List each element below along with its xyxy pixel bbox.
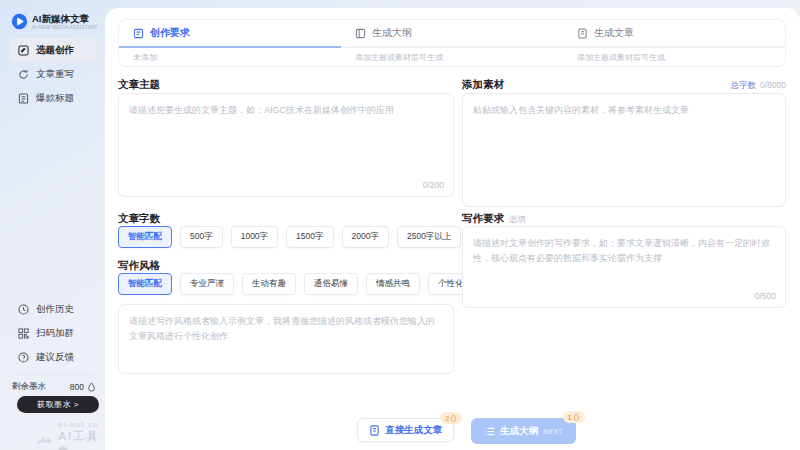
material-total-label: 总字数 <box>731 80 757 92</box>
style-chips: 智能匹配 专业严谨 生动有趣 通俗易懂 情感共鸣 个性化风格 <box>118 273 491 295</box>
sidebar-item-qr-group[interactable]: 扫码加群 <box>9 321 97 345</box>
ink-balance-label: 剩余墨水 <box>12 381 46 393</box>
style-textarea-box <box>118 304 454 374</box>
requirement-optional-note: 选填 <box>509 214 526 224</box>
cost-value: 2 <box>445 414 449 423</box>
app-tagline: AI NEW MEDIA ASSISTANT <box>32 25 98 30</box>
qr-code-icon <box>18 328 29 339</box>
style-textarea[interactable] <box>119 305 453 373</box>
material-label-row: 添加素材 总字数 0/8000 <box>462 78 786 92</box>
style-option-auto[interactable]: 智能匹配 <box>118 273 172 295</box>
ink-drop-icon <box>87 382 96 392</box>
list-icon <box>484 426 495 437</box>
material-label: 添加素材 <box>462 78 504 92</box>
sidebar-item-label: 建议反馈 <box>36 351 74 364</box>
steps-row: 创作要求 生成大纲 生成文章 <box>119 20 785 46</box>
style-option-plain[interactable]: 通俗易懂 <box>304 273 358 295</box>
word-count-option-500[interactable]: 500字 <box>180 226 223 248</box>
sidebar-item-label: 选题创作 <box>36 44 74 57</box>
document-icon <box>369 425 380 436</box>
ink-balance-value: 800 <box>70 382 84 392</box>
step-status: 未添加 <box>119 48 341 67</box>
cost-value: 1 <box>568 413 572 422</box>
step-status: 添加主题或素材后可生成 <box>341 48 563 67</box>
watermark-name: AI工具集 <box>58 429 105 450</box>
topic-textarea-box: 0/200 <box>118 93 454 197</box>
ink-drop-icon <box>450 414 457 422</box>
word-count-option-1000[interactable]: 1000字 <box>231 226 278 248</box>
generate-article-label: 直接生成文章 <box>385 424 442 437</box>
rewrite-icon <box>18 69 29 80</box>
app-title: AI新媒体文章 <box>32 13 98 24</box>
sidebar-menu: 选题创作 文章重写 爆款标题 <box>9 38 97 110</box>
app-window: AI新媒体文章 AI NEW MEDIA ASSISTANT 选题创作 文章重写… <box>0 0 800 450</box>
sidebar-item-label: 扫码加群 <box>36 327 74 340</box>
requirements-icon <box>133 28 144 39</box>
requirement-label: 写作要求 <box>462 212 504 224</box>
style-option-emotional[interactable]: 情感共鸣 <box>366 273 420 295</box>
generate-outline-label: 生成大纲 <box>500 425 538 438</box>
style-option-vivid[interactable]: 生动有趣 <box>242 273 296 295</box>
topic-counter: 0/200 <box>423 180 444 190</box>
material-textarea[interactable] <box>463 94 785 206</box>
requirement-counter: 0/500 <box>755 291 776 301</box>
sidebar-item-article-rewrite[interactable]: 文章重写 <box>9 62 97 86</box>
material-total-counter: 0/8000 <box>760 80 786 90</box>
play-logo-icon <box>11 13 28 30</box>
article-icon <box>577 28 588 39</box>
question-circle-icon <box>18 352 29 363</box>
document-icon <box>18 93 29 104</box>
steps-status-row: 未添加 添加主题或素材后可生成 添加主题或素材后可生成 <box>119 48 785 67</box>
sidebar-item-label: 爆款标题 <box>36 92 74 105</box>
sidebar-secondary-menu: 创作历史 扫码加群 建议反馈 <box>9 297 97 369</box>
generate-outline-button[interactable]: 生成大纲 NEXT 1 <box>471 418 575 444</box>
watermark: ai-bot.cn AI工具集 <box>36 420 105 450</box>
style-option-professional[interactable]: 专业严谨 <box>180 273 234 295</box>
step-label: 生成大纲 <box>372 26 412 40</box>
steps-card: 创作要求 生成大纲 生成文章 未添加 添加主题或素材后可生成 添加主题或素材后可… <box>118 19 786 67</box>
step-label: 创作要求 <box>150 26 190 40</box>
step-status: 添加主题或素材后可生成 <box>563 48 785 67</box>
sidebar-item-feedback[interactable]: 建议反馈 <box>9 345 97 369</box>
topic-label: 文章主题 <box>118 78 160 92</box>
step-generate-outline[interactable]: 生成大纲 <box>341 20 563 46</box>
step-label: 生成文章 <box>594 26 634 40</box>
watermark-logo-icon <box>36 432 53 448</box>
sidebar-item-label: 文章重写 <box>36 68 74 81</box>
sidebar-divider <box>12 374 94 375</box>
requirement-label-row: 写作要求选填 <box>462 212 526 226</box>
ink-drop-icon <box>573 413 580 421</box>
word-count-option-2500plus[interactable]: 2500字以上 <box>397 226 461 248</box>
requirement-textarea-box: 0/500 <box>462 226 786 308</box>
ink-balance: 剩余墨水 800 <box>12 381 96 393</box>
step-creation-requirements[interactable]: 创作要求 <box>119 20 341 46</box>
requirement-textarea[interactable] <box>463 227 785 307</box>
sidebar-item-topic-creation[interactable]: 选题创作 <box>9 38 97 62</box>
outline-icon <box>355 28 366 39</box>
app-logo: AI新媒体文章 AI NEW MEDIA ASSISTANT <box>11 13 98 30</box>
footer-action-bar: 直接生成文章 2 生成大纲 NEXT 1 <box>105 418 800 444</box>
topic-textarea[interactable] <box>119 94 453 196</box>
sidebar: AI新媒体文章 AI NEW MEDIA ASSISTANT 选题创作 文章重写… <box>0 0 105 450</box>
generate-article-cost-badge: 2 <box>440 412 462 424</box>
material-textarea-box <box>462 93 786 207</box>
edit-icon <box>18 45 29 56</box>
word-count-option-auto[interactable]: 智能匹配 <box>118 226 172 248</box>
watermark-site: ai-bot.cn <box>58 420 105 429</box>
generate-outline-cost-badge: 1 <box>563 411 585 423</box>
generate-article-button[interactable]: 直接生成文章 2 <box>357 418 454 442</box>
sidebar-item-label: 创作历史 <box>36 303 74 316</box>
sidebar-item-history[interactable]: 创作历史 <box>9 297 97 321</box>
word-count-label: 文章字数 <box>118 212 160 226</box>
style-label: 写作风格 <box>118 259 160 273</box>
get-ink-button[interactable]: 获取墨水 > <box>17 396 99 413</box>
sidebar-item-hot-title[interactable]: 爆款标题 <box>9 86 97 110</box>
clock-icon <box>18 304 29 315</box>
main-panel: 创作要求 生成大纲 生成文章 未添加 添加主题或素材后可生成 添加主题或素材后可… <box>105 8 800 450</box>
step-generate-article[interactable]: 生成文章 <box>563 20 785 46</box>
word-count-option-1500[interactable]: 1500字 <box>286 226 333 248</box>
word-count-option-2000[interactable]: 2000字 <box>342 226 389 248</box>
next-tag: NEXT <box>543 428 562 435</box>
